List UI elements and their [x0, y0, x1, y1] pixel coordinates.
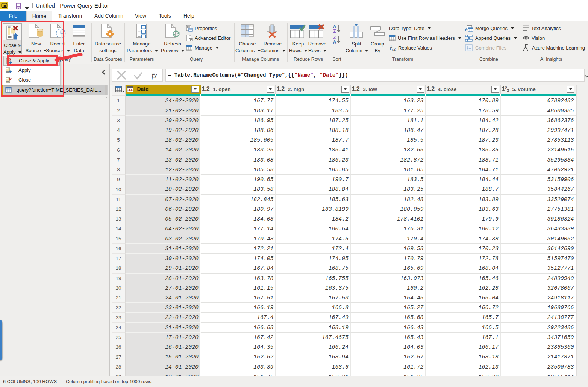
svg-text:2: 2 [393, 47, 396, 51]
svg-text:A: A [333, 39, 336, 44]
svg-text:Z: Z [333, 29, 336, 33]
svg-text:1: 1 [390, 44, 392, 48]
svg-text:fx: fx [152, 71, 157, 80]
